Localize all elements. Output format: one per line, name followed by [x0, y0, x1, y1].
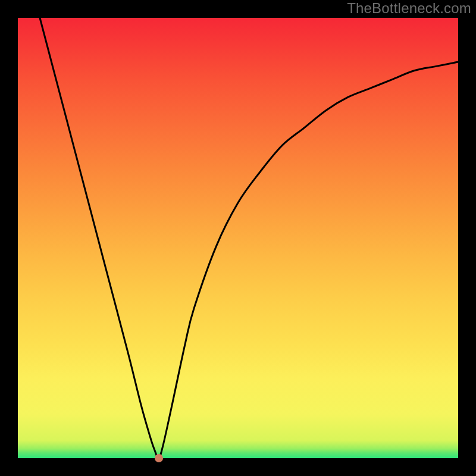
- watermark-text: TheBottleneck.com: [347, 0, 471, 17]
- plot-area: [18, 18, 458, 458]
- chart-frame: TheBottleneck.com: [0, 0, 476, 476]
- minimum-marker: [155, 454, 163, 462]
- bottleneck-curve-path: [40, 18, 458, 458]
- curve-svg: [18, 18, 458, 458]
